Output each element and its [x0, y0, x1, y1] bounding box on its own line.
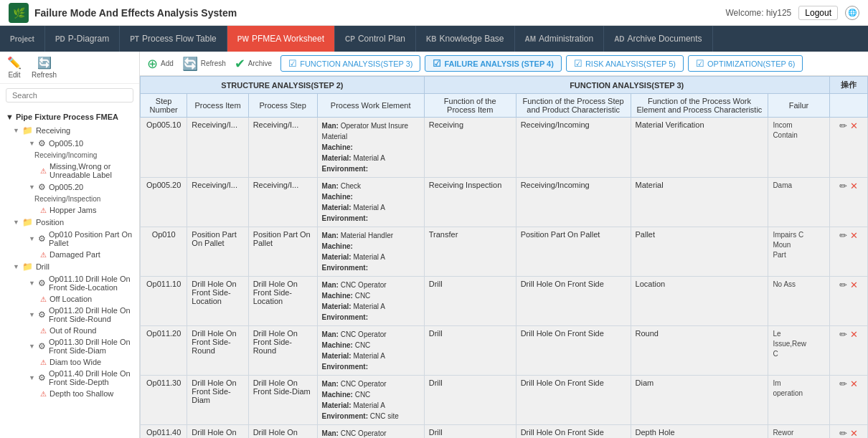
off-location-label: Off Location	[49, 295, 92, 303]
tree-item-op00510-sub[interactable]: Receiving/Incoming	[14, 150, 139, 161]
tree-item-op01140[interactable]: ▼ ⚙ Op011.40 Drill Hole On Front Side-De…	[14, 368, 139, 388]
refresh2-icon: 🔄	[182, 56, 198, 72]
cell-process-item: Receiving/I...	[187, 118, 248, 178]
tree-item-missing-label[interactable]: ⚠ Missing,Wrong or Unreadable Label	[14, 161, 139, 181]
gear-icon-op01130: ⚙	[38, 341, 46, 351]
op00510-label: Op005.10	[49, 139, 83, 148]
step6-button[interactable]: ☑ OPTIMIZATION(STEP 6)	[688, 55, 803, 72]
cell-function-work: Diam	[631, 376, 768, 425]
col-process-step-header: Process Step	[248, 94, 317, 118]
cell-function-item: Transfer	[424, 227, 516, 277]
tab-am-prefix: AM	[525, 35, 537, 43]
delete-row-icon[interactable]: ✕	[850, 280, 858, 290]
tab-am[interactable]: AM Administration	[515, 26, 605, 52]
tab-project[interactable]: Project	[0, 26, 45, 52]
gear-icon-op01140: ⚙	[38, 373, 46, 383]
op01140-label: Op011.40 Drill Hole On Front Side-Depth	[49, 369, 133, 386]
cell-work-element: Man: Material HandlerMachine:Material: M…	[317, 227, 424, 277]
cell-step: Op011.40	[141, 425, 187, 439]
tree-root-caret: ▼	[6, 113, 16, 121]
edit-row-icon[interactable]: ✏	[839, 428, 847, 438]
gear-icon-op00520: ⚙	[38, 182, 46, 192]
col-work-element-header: Process Work Element	[317, 94, 424, 118]
tab-pd-label: P-Diagram	[68, 34, 109, 44]
archive-button[interactable]: ✔ Archive	[235, 56, 272, 72]
refresh2-button[interactable]: 🔄 Refresh	[182, 56, 226, 72]
tab-pfmea[interactable]: PW PFMEA Worksheet	[227, 26, 335, 52]
cell-function-step: Position Part On Pallet	[516, 227, 631, 277]
tree-item-hopper[interactable]: ⚠ Hopper Jams	[14, 204, 139, 216]
globe-icon[interactable]: 🌐	[845, 6, 859, 20]
cell-failure: Dama	[768, 178, 829, 227]
tree-item-out-of-round[interactable]: ⚠ Out of Round	[14, 325, 139, 336]
warning-icon-out-round: ⚠	[40, 327, 47, 335]
tree-item-op00520-sub[interactable]: Receiving/Inspection	[14, 194, 139, 204]
tree-item-drill[interactable]: ▼ 📁 Drill	[7, 260, 139, 273]
main-area: ✏️ Edit 🔄 Refresh ▼ Pipe Fixture Process…	[0, 52, 868, 438]
tab-kb-label: Knowledge Base	[439, 34, 504, 44]
logout-button[interactable]: Logout	[798, 6, 838, 20]
tab-pdiagram[interactable]: PD P-Diagram	[45, 26, 120, 52]
col-ops-header2	[829, 94, 867, 118]
step5-button[interactable]: ☑ RISK ANALYSIS(STEP 5)	[566, 55, 684, 72]
search-input[interactable]	[6, 88, 133, 103]
cell-function-step: Receiving/Incoming	[516, 178, 631, 227]
edit-row-icon[interactable]: ✏	[839, 230, 847, 241]
cell-process-item: Drill Hole On Front Side-Round	[187, 326, 248, 376]
tree-item-op00520[interactable]: ▼ ⚙ Op005.20	[14, 181, 139, 194]
nav-tabs: Project PD P-Diagram PT Process Flow Tab…	[0, 26, 868, 52]
edit-row-icon[interactable]: ✏	[839, 379, 847, 389]
tree-item-op01120[interactable]: ▼ ⚙ Op011.20 Drill Hole On Front Side-Ro…	[14, 305, 139, 325]
cell-process-step: Receiving/I...	[248, 178, 317, 227]
edit-row-icon[interactable]: ✏	[839, 280, 847, 290]
tree-item-depth-shallow[interactable]: ⚠ Depth too Shallow	[14, 388, 139, 399]
edit-row-icon[interactable]: ✏	[839, 181, 847, 191]
tree-item-op01110[interactable]: ▼ ⚙ Op011.10 Drill Hole On Front Side-Lo…	[14, 273, 139, 293]
delete-row-icon[interactable]: ✕	[850, 120, 858, 131]
delete-row-icon[interactable]: ✕	[850, 181, 858, 191]
tree-item-off-location[interactable]: ⚠ Off Location	[14, 293, 139, 305]
tab-cp-prefix: CP	[345, 35, 355, 43]
step4-button[interactable]: ☑ FAILURE ANALYSIS (STEP 4)	[425, 55, 561, 72]
op01120-label: Op011.20 Drill Hole On Front Side-Round	[49, 306, 133, 323]
op01130-label: Op011.30 Drill Hole On Front Side-Diam	[49, 338, 133, 355]
tree-root[interactable]: ▼ Pipe Fixture Process FMEA	[0, 110, 139, 124]
tree-item-position[interactable]: ▼ 📁 Position	[7, 216, 139, 229]
delete-row-icon[interactable]: ✕	[850, 230, 858, 241]
edit-row-icon[interactable]: ✏	[839, 120, 847, 131]
tab-pt-label: Process Flow Table	[142, 34, 217, 44]
tab-ad[interactable]: AD Archive Documents	[604, 26, 713, 52]
tab-kb-prefix: KB	[426, 35, 436, 43]
tree-panel: ▼ Pipe Fixture Process FMEA ▼ 📁 Receivin…	[0, 107, 139, 438]
refresh2-label: Refresh	[201, 59, 226, 67]
cell-ops: ✏ ✕	[829, 277, 867, 326]
tree-item-op01130[interactable]: ▼ ⚙ Op011.30 Drill Hole On Front Side-Di…	[14, 336, 139, 356]
tree-item-op010[interactable]: ▼ ⚙ Op010 Position Part On Pallet	[14, 229, 139, 249]
gear-icon-op00510: ⚙	[38, 138, 46, 148]
table-row: Op011.40 Drill Hole On Front Side-Depth …	[141, 425, 868, 439]
cell-work-element: Man: CNC OperatorMachine: CNCMaterial: M…	[317, 277, 424, 326]
cell-function-work: Location	[631, 277, 768, 326]
step3-button[interactable]: ☑ FUNCTION ANALYSIS(STEP 3)	[280, 55, 420, 72]
cell-failure: IncomContain	[768, 118, 829, 178]
tree-item-diam-wide[interactable]: ⚠ Diam too Wide	[14, 356, 139, 368]
cell-function-work: Pallet	[631, 227, 768, 277]
refresh-button[interactable]: 🔄 Refresh	[32, 56, 57, 79]
tab-kb[interactable]: KB Knowledge Base	[416, 26, 515, 52]
edit-row-icon[interactable]: ✏	[839, 329, 847, 340]
tab-pt-prefix: PT	[130, 35, 139, 43]
delete-row-icon[interactable]: ✕	[850, 379, 858, 389]
tree-item-receiving[interactable]: ▼ 📁 Receiving	[7, 124, 139, 137]
edit-button[interactable]: ✏️ Edit	[7, 56, 22, 79]
function-analysis-header: FUNCTION ANALYSIS(STEP 3)	[424, 77, 829, 94]
delete-row-icon[interactable]: ✕	[850, 428, 858, 438]
delete-row-icon[interactable]: ✕	[850, 329, 858, 340]
tree-item-damaged[interactable]: ⚠ Damaged Part	[14, 249, 139, 260]
tab-ad-prefix: AD	[614, 35, 624, 43]
table-row: Op005.20 Receiving/I... Receiving/I... M…	[141, 178, 868, 227]
add-button[interactable]: ⊕ Add	[147, 56, 174, 72]
tree-item-op00510[interactable]: ▼ ⚙ Op005.10	[14, 137, 139, 150]
tab-cp[interactable]: CP Control Plan	[335, 26, 416, 52]
tab-pft[interactable]: PT Process Flow Table	[120, 26, 227, 52]
gear-icon-op01120: ⚙	[38, 310, 46, 320]
